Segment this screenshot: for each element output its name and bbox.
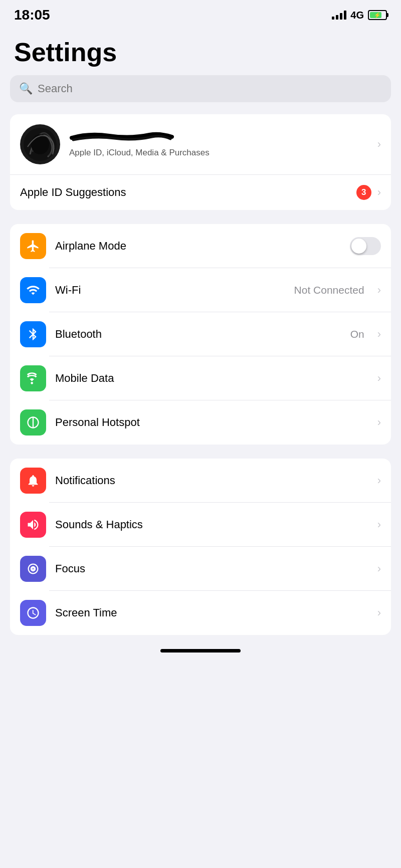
profile-info: Apple ID, iCloud, Media & Purchases (69, 131, 368, 158)
profile-row[interactable]: Apple ID, iCloud, Media & Purchases › (10, 114, 391, 175)
wifi-label: Wi-Fi (55, 284, 285, 297)
notifications-row[interactable]: Notifications › (10, 459, 391, 503)
screen-time-label: Screen Time (55, 606, 368, 619)
network-type: 4G (350, 10, 364, 21)
bluetooth-chevron-icon: › (377, 328, 381, 341)
focus-label: Focus (55, 562, 368, 575)
personal-hotspot-label: Personal Hotspot (55, 416, 368, 429)
wifi-icon (20, 277, 46, 303)
apple-id-suggestions-row[interactable]: Apple ID Suggestions 3 › (10, 175, 391, 210)
bluetooth-value: On (350, 328, 364, 340)
profile-chevron-icon: › (377, 138, 381, 151)
apple-id-badge: 3 (356, 185, 371, 200)
airplane-mode-toggle[interactable] (350, 237, 381, 255)
signal-bars-icon (332, 11, 346, 20)
screen-time-icon (20, 600, 46, 626)
mobile-data-row[interactable]: Mobile Data › (10, 356, 391, 400)
personal-hotspot-row[interactable]: Personal Hotspot › (10, 400, 391, 445)
mobile-data-icon (20, 365, 46, 391)
focus-icon (20, 556, 46, 582)
personal-hotspot-icon (20, 409, 46, 436)
status-time: 18:05 (14, 7, 50, 23)
notifications-icon (20, 468, 46, 494)
profile-card: Apple ID, iCloud, Media & Purchases › Ap… (10, 114, 391, 210)
notifications-label: Notifications (55, 474, 368, 487)
page-title: Settings (0, 27, 401, 75)
battery-lightning-icon: ⚡ (374, 12, 381, 19)
sounds-haptics-label: Sounds & Haptics (55, 518, 368, 531)
focus-chevron-icon: › (377, 562, 381, 575)
status-bar: 18:05 4G ⚡ (0, 0, 401, 27)
sounds-haptics-row[interactable]: Sounds & Haptics › (10, 503, 391, 547)
sounds-haptics-icon (20, 512, 46, 538)
bluetooth-row[interactable]: Bluetooth On › (10, 312, 391, 356)
airplane-mode-row[interactable]: Airplane Mode (10, 224, 391, 268)
suggestions-chevron-icon: › (377, 186, 381, 199)
focus-row[interactable]: Focus › (10, 547, 391, 591)
search-icon: 🔍 (19, 82, 33, 95)
bluetooth-icon (20, 321, 46, 347)
avatar (20, 124, 60, 164)
battery-icon: ⚡ (368, 10, 387, 20)
bluetooth-label: Bluetooth (55, 328, 341, 341)
sounds-haptics-chevron-icon: › (377, 518, 381, 531)
home-indicator (160, 649, 241, 653)
profile-name-scribble (69, 131, 174, 142)
airplane-mode-icon (20, 233, 46, 259)
wifi-row[interactable]: Wi-Fi Not Connected › (10, 268, 391, 312)
avatar-scribble (23, 127, 58, 162)
notifications-chevron-icon: › (377, 474, 381, 487)
apple-id-suggestions-label: Apple ID Suggestions (20, 186, 356, 199)
svg-point-1 (31, 134, 49, 154)
status-icons: 4G ⚡ (332, 10, 387, 21)
mobile-data-chevron-icon: › (377, 372, 381, 385)
personal-hotspot-chevron-icon: › (377, 416, 381, 429)
svg-point-2 (31, 382, 33, 384)
profile-subtitle: Apple ID, iCloud, Media & Purchases (69, 148, 210, 157)
wifi-chevron-icon: › (377, 284, 381, 297)
search-input[interactable] (38, 82, 382, 95)
screen-time-chevron-icon: › (377, 606, 381, 619)
search-bar[interactable]: 🔍 (10, 75, 391, 102)
connectivity-card: Airplane Mode Wi-Fi Not Connected › Blue… (10, 224, 391, 445)
screen-time-row[interactable]: Screen Time › (10, 591, 391, 635)
wifi-value: Not Connected (294, 284, 364, 296)
general-settings-card: Notifications › Sounds & Haptics › Focus… (10, 459, 391, 635)
airplane-mode-label: Airplane Mode (55, 240, 341, 253)
mobile-data-label: Mobile Data (55, 372, 368, 385)
